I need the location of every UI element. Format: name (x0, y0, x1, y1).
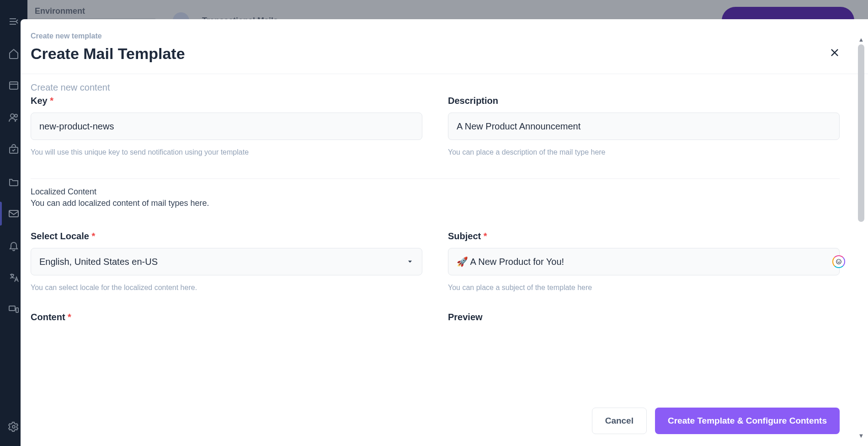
description-input[interactable] (448, 113, 840, 140)
locale-label: Select Locale * (31, 231, 422, 242)
key-input[interactable] (31, 113, 422, 140)
key-helper: You will use this unique key to send not… (31, 148, 422, 156)
close-icon (830, 48, 840, 58)
locale-helper: You can select locale for the localized … (31, 284, 422, 292)
content-label: Content * (31, 312, 422, 322)
subject-input[interactable] (448, 248, 840, 275)
scrollbar-thumb[interactable] (858, 44, 864, 222)
cancel-button[interactable]: Cancel (592, 408, 647, 434)
emoji-picker-icon[interactable] (832, 255, 845, 268)
svg-point-10 (839, 261, 840, 262)
locale-select[interactable] (31, 248, 422, 275)
description-label: Description (448, 96, 840, 106)
create-template-button[interactable]: Create Template & Configure Contents (655, 408, 840, 434)
localized-content-description: You can add localized content of mail ty… (31, 199, 840, 208)
modal-footer: Cancel Create Template & Configure Conte… (592, 408, 840, 434)
modal-title: Create Mail Template (31, 45, 840, 63)
key-label: Key * (31, 96, 422, 106)
subject-label: Subject * (448, 231, 840, 242)
section-heading: Create new content (31, 82, 840, 93)
svg-point-8 (836, 259, 841, 264)
close-button[interactable] (828, 46, 841, 59)
scroll-down-icon[interactable]: ▼ (858, 433, 864, 439)
breadcrumb: Create new template (31, 32, 840, 40)
svg-point-9 (838, 261, 838, 262)
description-helper: You can place a description of the mail … (448, 148, 840, 156)
subject-helper: You can place a subject of the template … (448, 284, 840, 292)
create-mail-template-modal: ▲ ▼ Create new template Create Mail Temp… (21, 19, 868, 446)
localized-content-heading: Localized Content (31, 187, 840, 197)
preview-label: Preview (448, 312, 840, 322)
